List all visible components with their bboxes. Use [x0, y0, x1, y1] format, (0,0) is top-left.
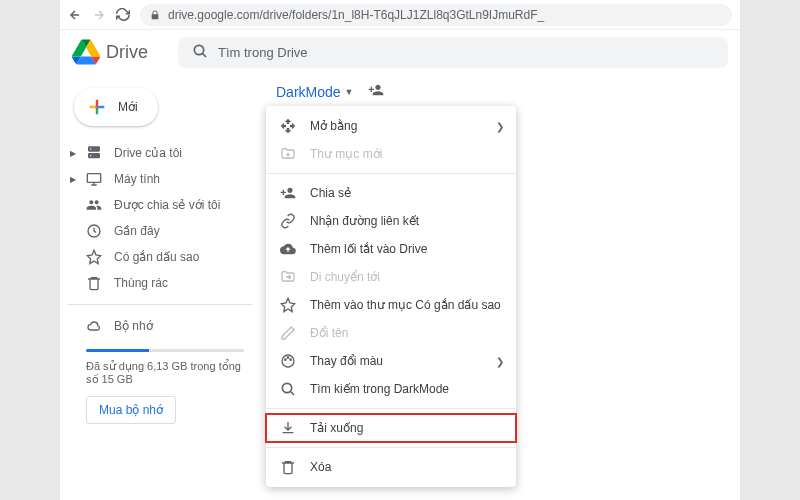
- chevron-right-icon: ❯: [496, 121, 504, 132]
- drive-logo[interactable]: Drive: [72, 38, 148, 66]
- menu-download[interactable]: Tải xuống: [266, 414, 516, 442]
- forward-icon[interactable]: [92, 8, 106, 22]
- sidebar-item-trash[interactable]: Thùng rác: [68, 270, 252, 296]
- context-menu: Mở bằng ❯ Thư mục mới Chia sẻ Nhận đường…: [266, 106, 516, 487]
- shortcut-icon: [280, 241, 296, 257]
- content-area: DarkMode ▼ Mở bằng ❯ Thư mục mới: [260, 74, 740, 500]
- star-icon: [86, 249, 102, 265]
- star-icon: [280, 297, 296, 313]
- menu-add-starred[interactable]: Thêm vào thư mục Có gắn dấu sao: [266, 291, 516, 319]
- menu-get-link[interactable]: Nhận đường liên kết: [266, 207, 516, 235]
- computer-icon: [86, 171, 102, 187]
- trash-icon: [280, 459, 296, 475]
- sidebar-item-label: Thùng rác: [114, 276, 168, 290]
- open-with-icon: [280, 118, 296, 134]
- back-icon[interactable]: [68, 8, 82, 22]
- menu-open-with[interactable]: Mở bằng ❯: [266, 112, 516, 140]
- svg-point-4: [285, 359, 286, 360]
- sidebar-item-storage[interactable]: Bộ nhớ: [68, 313, 252, 339]
- storage-bar: [86, 349, 244, 352]
- menu-delete[interactable]: Xóa: [266, 453, 516, 481]
- caret-icon: ▶: [70, 175, 76, 184]
- menu-share[interactable]: Chia sẻ: [266, 179, 516, 207]
- svg-point-7: [282, 383, 291, 392]
- breadcrumb-current[interactable]: DarkMode ▼: [276, 84, 354, 100]
- sidebar-item-recent[interactable]: Gần đây: [68, 218, 252, 244]
- sidebar-item-label: Gần đây: [114, 224, 160, 238]
- chevron-right-icon: ❯: [496, 356, 504, 367]
- person-add-icon: [280, 185, 296, 201]
- new-button[interactable]: Mới: [74, 88, 158, 126]
- download-icon: [280, 420, 296, 436]
- search-placeholder: Tìm trong Drive: [218, 45, 308, 60]
- storage-label: Bộ nhớ: [114, 319, 153, 333]
- sidebar: Mới ▶ Drive của tôi ▶ Máy tính Được chia…: [60, 74, 260, 500]
- search-icon: [192, 43, 208, 62]
- search-bar[interactable]: Tìm trong Drive: [178, 37, 728, 68]
- people-icon: [86, 197, 102, 213]
- svg-point-6: [290, 359, 291, 360]
- buy-storage-button[interactable]: Mua bộ nhớ: [86, 396, 176, 424]
- link-icon: [280, 213, 296, 229]
- chevron-down-icon: ▼: [345, 87, 354, 97]
- svg-point-0: [194, 45, 203, 54]
- sidebar-item-label: Drive của tôi: [114, 146, 182, 160]
- app-header: Drive Tìm trong Drive: [60, 30, 740, 74]
- new-folder-icon: [280, 146, 296, 162]
- menu-add-shortcut[interactable]: Thêm lối tắt vào Drive: [266, 235, 516, 263]
- sidebar-item-label: Được chia sẻ với tôi: [114, 198, 220, 212]
- plus-icon: [86, 96, 108, 118]
- storage-text: Đã sử dụng 6,13 GB trong tổng số 15 GB: [86, 360, 244, 386]
- sidebar-item-starred[interactable]: Có gắn dấu sao: [68, 244, 252, 270]
- browser-toolbar: drive.google.com/drive/folders/1n_l8H-T6…: [60, 0, 740, 30]
- pencil-icon: [280, 325, 296, 341]
- caret-icon: ▶: [70, 149, 76, 158]
- sidebar-item-shared[interactable]: Được chia sẻ với tôi: [68, 192, 252, 218]
- menu-search-in[interactable]: Tìm kiếm trong DarkMode: [266, 375, 516, 403]
- sidebar-item-label: Máy tính: [114, 172, 160, 186]
- sidebar-item-mydrive[interactable]: ▶ Drive của tôi: [68, 140, 252, 166]
- new-button-label: Mới: [118, 100, 138, 114]
- address-bar[interactable]: drive.google.com/drive/folders/1n_l8H-T6…: [140, 4, 732, 26]
- move-icon: [280, 269, 296, 285]
- cloud-icon: [86, 318, 102, 334]
- url-text: drive.google.com/drive/folders/1n_l8H-T6…: [168, 8, 544, 22]
- reload-icon[interactable]: [116, 8, 130, 22]
- trash-icon: [86, 275, 102, 291]
- svg-point-5: [287, 357, 288, 358]
- breadcrumb: DarkMode ▼: [276, 82, 724, 101]
- sidebar-item-label: Có gắn dấu sao: [114, 250, 199, 264]
- lock-icon: [150, 10, 160, 20]
- search-icon: [280, 381, 296, 397]
- share-people-icon[interactable]: [368, 82, 384, 101]
- menu-move-to: Di chuyển tới: [266, 263, 516, 291]
- menu-rename: Đổi tên: [266, 319, 516, 347]
- svg-rect-1: [87, 174, 100, 183]
- menu-new-folder: Thư mục mới: [266, 140, 516, 168]
- clock-icon: [86, 223, 102, 239]
- sidebar-item-computers[interactable]: ▶ Máy tính: [68, 166, 252, 192]
- app-name: Drive: [106, 42, 148, 63]
- drive-icon: [86, 145, 102, 161]
- menu-change-color[interactable]: Thay đổi màu ❯: [266, 347, 516, 375]
- palette-icon: [280, 353, 296, 369]
